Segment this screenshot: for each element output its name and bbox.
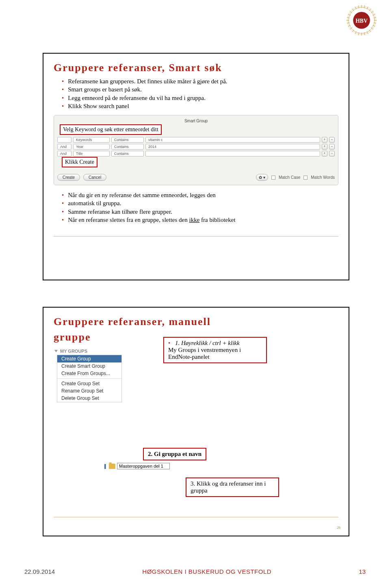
menu-delete-group-set[interactable]: Delete Group Set: [57, 395, 121, 402]
cancel-button[interactable]: Cancel: [83, 174, 106, 181]
match-case-label: Match Case: [279, 175, 300, 180]
field-select[interactable]: Title: [73, 151, 110, 156]
panel-bottom-bar: Create Cancel ✿ ▾ Match Case Match Words: [57, 174, 335, 181]
slide1-top-bullets: Referansene kan grupperes. Det finnes ul…: [62, 77, 338, 110]
create-button[interactable]: Create: [57, 174, 80, 181]
remove-row-icon[interactable]: −: [329, 137, 335, 143]
op-select[interactable]: Contains: [111, 137, 144, 143]
step3-callout: 3. Klikk og dra referanser inn i gruppa: [186, 477, 279, 497]
slide-page-number: 26: [337, 525, 340, 529]
op-select[interactable]: Contains: [111, 144, 144, 150]
svg-line-24: [347, 17, 349, 18]
slide-smart-search: Gruppere referanser, Smart søk Referanse…: [43, 53, 349, 280]
add-row-icon[interactable]: +: [322, 137, 327, 143]
step2-text: 2. Gi gruppa et navn: [148, 451, 202, 457]
step3-text: 3. Klikk og dra referanser inn i gruppa: [191, 480, 266, 494]
bool-select[interactable]: And: [57, 151, 72, 156]
context-menu: Create Group Create Smart Group Create F…: [57, 355, 122, 402]
slide1-bottom-bullets: Når du gir en ny referanse det samme emn…: [62, 191, 338, 224]
field-select[interactable]: Keywords: [73, 137, 110, 143]
bullet: Samme referanse kan tilhøre flere gruppe…: [62, 208, 338, 216]
menu-rename-group-set[interactable]: Rename Group Set: [57, 387, 121, 395]
bullet: Når du gir en ny referanse det samme emn…: [62, 191, 338, 199]
gear-icon[interactable]: ✿ ▾: [256, 174, 268, 181]
bullet: Legg emneord på de referansene du vil ha…: [62, 94, 338, 102]
menu-create-group-set[interactable]: Create Group Set: [57, 380, 121, 387]
op-select[interactable]: Contains: [111, 151, 144, 156]
step1-callout: 1. Høyreklikk / ctrl + klikk My Groups i…: [163, 337, 267, 363]
slide1-title: Gruppere referanser, Smart søk: [54, 62, 338, 74]
svg-line-8: [374, 17, 376, 18]
group-name-row: ▌ Masteroppgaven del 1: [104, 463, 170, 469]
slide-manual-group: Gruppere referanser, manuell gruppe MY G…: [43, 307, 349, 536]
slide2-title-l1: Gruppere referanser, manuell: [54, 316, 338, 328]
value-input[interactable]: vitamin c: [145, 137, 320, 143]
panel-title: Smart Group: [57, 119, 335, 123]
disclosure-triangle-icon[interactable]: [54, 350, 58, 352]
svg-line-10: [374, 23, 376, 24]
remove-row-icon[interactable]: −: [329, 151, 335, 156]
bullet: automatisk til gruppa.: [62, 199, 338, 207]
svg-line-22: [347, 23, 349, 24]
folder-icon: [109, 464, 115, 469]
match-words-checkbox[interactable]: [303, 176, 308, 180]
field-select[interactable]: Year: [73, 144, 110, 150]
hbv-logo: HBV: [345, 4, 378, 37]
my-groups-header[interactable]: MY GROUPS: [54, 347, 123, 355]
menu-create-from-groups[interactable]: Create From Groups...: [57, 370, 121, 377]
value-input[interactable]: [145, 151, 320, 156]
my-groups-label: MY GROUPS: [60, 349, 87, 354]
bullet: Når en referanse slettes fra en gruppe, …: [62, 216, 338, 224]
match-case-checkbox[interactable]: [271, 176, 275, 180]
step2-callout: 2. Gi gruppa et navn: [143, 448, 206, 460]
group-name-input[interactable]: Masteroppgaven del 1: [117, 463, 170, 469]
menu-create-group[interactable]: Create Group: [57, 355, 121, 362]
page-footer: 22.09.2014 HØGSKOLEN I BUSKERUD OG VESTF…: [0, 568, 390, 575]
footer-date: 22.09.2014: [24, 568, 55, 575]
remove-row-icon[interactable]: −: [329, 144, 335, 150]
add-row-icon[interactable]: +: [322, 144, 327, 150]
menu-create-smart-group[interactable]: Create Smart Group: [57, 362, 121, 370]
slide-divider: [54, 517, 338, 517]
footer-page: 13: [359, 568, 366, 575]
search-row: And Title Contains + −: [57, 151, 335, 156]
search-row: And Year Contains 2014 + −: [57, 144, 335, 150]
bullet: Smart groups er basert på søk.: [62, 85, 338, 93]
bool-select[interactable]: And: [57, 144, 72, 150]
slide-divider: [54, 236, 338, 237]
footer-org: HØGSKOLEN I BUSKERUD OG VESTFOLD: [142, 568, 271, 575]
bullet: Klikk Show search panel: [62, 102, 338, 110]
my-groups-panel: MY GROUPS Create Group Create Smart Grou…: [54, 347, 123, 402]
match-words-label: Match Words: [311, 175, 335, 180]
bullet: Referansene kan grupperes. Det finnes ul…: [62, 77, 338, 85]
search-row: Keywords Contains vitamin c + −: [57, 137, 335, 143]
value-input[interactable]: 2014: [145, 144, 320, 150]
smart-group-screenshot: Velg Keyword og søk etter emneordet ditt…: [54, 115, 338, 185]
step1-text: 1. Høyreklikk / ctrl + klikk My Groups i…: [168, 340, 262, 360]
svg-text:HBV: HBV: [355, 18, 368, 24]
label-keyword-callout: Velg Keyword og søk etter emneordet ditt: [60, 124, 162, 135]
add-row-icon[interactable]: +: [322, 151, 327, 156]
label-create-callout: Klikk Create: [62, 157, 98, 167]
